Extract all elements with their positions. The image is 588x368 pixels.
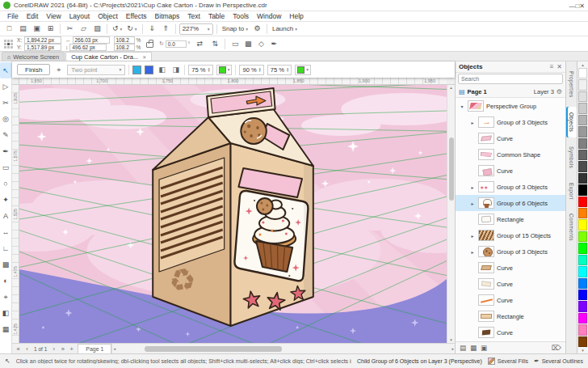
color-swatch[interactable] <box>578 126 587 137</box>
new-layer-button[interactable]: ▤ <box>460 344 466 352</box>
undo-button[interactable]: ↺▾ <box>111 23 124 35</box>
object-tree-item[interactable]: ▸ Group of 15 Objects <box>456 227 565 243</box>
color-swatch[interactable] <box>578 138 587 149</box>
y-position-input[interactable]: 1,517.89 px <box>24 44 61 51</box>
transparency-tool[interactable]: ◐ <box>0 273 11 289</box>
object-tree-item[interactable]: Common Shape <box>456 146 565 163</box>
smart-fill-tool[interactable]: ▦ <box>0 321 11 337</box>
object-tree-item[interactable]: Rectangle <box>456 308 565 324</box>
menu-table[interactable]: Table <box>204 12 229 20</box>
first-page-button[interactable]: « <box>14 345 23 353</box>
docker-close-icon[interactable]: ✕ <box>556 63 562 70</box>
vertical-scrollbar-thumb[interactable] <box>449 137 454 201</box>
mirror-horizontal-button[interactable]: ⇄ <box>194 38 205 49</box>
drawing-canvas[interactable]: ♻ <box>19 85 447 343</box>
color-swatch[interactable] <box>578 79 587 90</box>
palette-scroll-down[interactable]: ▾ <box>582 348 584 353</box>
drop-shadow-tool[interactable]: ▩ <box>0 256 11 273</box>
cut-button[interactable]: ✂ <box>64 23 76 35</box>
color-eyedropper-tool[interactable]: ⌖ <box>0 289 11 305</box>
line-color-swatch[interactable] <box>132 66 141 74</box>
plane-grid-color-swatch[interactable]: ▾ <box>295 65 311 75</box>
ellipse-tool[interactable]: ○ <box>0 176 11 192</box>
menu-effects[interactable]: Effects <box>122 12 151 20</box>
color-swatch[interactable] <box>578 173 587 184</box>
copy-button[interactable]: ▱ <box>78 23 90 35</box>
document-tab[interactable]: Cup Cake Carton - Dra...✕ <box>65 52 152 61</box>
vertical-scrollbar[interactable]: ▴ ▾ <box>447 85 455 343</box>
show-grid-toggle[interactable]: ◧ <box>157 66 167 74</box>
spinner-icon[interactable]: ▴▾ <box>259 67 261 72</box>
scroll-right-icon[interactable]: ▸ <box>452 346 454 352</box>
object-tree-item[interactable]: Curve <box>456 130 565 146</box>
docker-menu-icon[interactable]: ≡ <box>550 63 554 70</box>
lock-ratio-button[interactable] <box>146 42 153 48</box>
docker-tab-symbols[interactable]: Symbols <box>566 141 577 174</box>
objects-search-input[interactable] <box>458 74 563 84</box>
object-height-input[interactable]: 496.62 px <box>69 44 107 51</box>
mirror-vertical-button[interactable]: ⇅ <box>209 38 220 49</box>
color-swatch[interactable] <box>578 197 587 207</box>
anchor-point-selector[interactable] <box>4 40 13 49</box>
color-swatch[interactable] <box>578 231 587 242</box>
interactive-fill-tool[interactable]: ◧ <box>0 305 11 321</box>
zoom-tool[interactable]: ◎ <box>0 111 11 127</box>
menu-object[interactable]: Object <box>94 12 122 20</box>
active-layer-label[interactable]: Layer 3 <box>534 88 554 95</box>
outline-width-button[interactable]: ✒ <box>268 38 279 49</box>
scale-x-input[interactable]: 108.2 <box>114 36 135 44</box>
menu-window[interactable]: Window <box>253 12 285 20</box>
object-tree-item[interactable]: ▸ Group of 6 Objects <box>456 195 565 211</box>
color-swatch[interactable] <box>578 336 587 347</box>
add-page-button[interactable]: + <box>67 345 76 353</box>
finish-perspective-button[interactable]: Finish <box>17 64 50 75</box>
expander-icon[interactable]: ▸ <box>469 233 476 239</box>
color-swatch[interactable] <box>578 91 587 102</box>
options-button[interactable]: ⚙ <box>251 23 263 35</box>
horizontal-scrollbar-thumb[interactable] <box>145 346 282 352</box>
text-tool[interactable]: A <box>0 208 11 224</box>
grid-opacity-field[interactable]: 75 % ▴▾ <box>188 65 212 75</box>
color-swatch[interactable] <box>578 290 587 300</box>
expander-icon[interactable]: ▸ <box>469 201 476 206</box>
export-button[interactable]: ⇑ <box>160 23 172 35</box>
duplicate-button[interactable]: ▣ <box>481 344 487 352</box>
object-tree-item[interactable]: Curve <box>456 163 565 179</box>
menu-help[interactable]: Help <box>285 12 307 20</box>
color-swatch[interactable] <box>578 278 587 289</box>
color-swatch[interactable] <box>578 324 587 335</box>
document-tab[interactable]: ⌂Welcome Screen <box>2 52 65 61</box>
object-tree-item[interactable]: ▸ Group of 3 Objects <box>456 179 565 195</box>
color-swatch[interactable] <box>578 115 587 125</box>
docker-tab-objects[interactable]: Objects <box>566 107 577 137</box>
polygon-tool[interactable]: ✦ <box>0 192 11 208</box>
color-swatch[interactable] <box>578 219 587 230</box>
print-button[interactable]: ⊞ <box>44 23 57 35</box>
menu-tools[interactable]: Tools <box>229 12 253 20</box>
menu-bitmaps[interactable]: Bitmaps <box>151 12 184 20</box>
spinner-icon[interactable]: ▴▾ <box>287 67 288 72</box>
order-button[interactable]: ▭ <box>229 38 241 49</box>
eyedropper-icon[interactable]: ⌖ <box>53 66 64 74</box>
launch-button[interactable]: Launch▾ <box>271 23 299 35</box>
object-tree-item[interactable]: ▸ Group of 3 Objects <box>456 243 565 260</box>
expander-icon[interactable]: ▸ <box>469 120 476 125</box>
color-swatch[interactable] <box>578 208 587 218</box>
close-tab-icon[interactable]: ✕ <box>142 54 146 60</box>
freehand-tool[interactable]: ✎ <box>0 127 11 143</box>
color-swatch[interactable] <box>578 161 587 171</box>
object-tree-item[interactable]: Curve <box>456 260 565 276</box>
color-swatch[interactable] <box>578 301 587 311</box>
plane-color-swatch[interactable] <box>145 66 153 74</box>
shape-tool[interactable]: ▷ <box>0 78 11 95</box>
color-swatch[interactable] <box>578 68 587 78</box>
plane-opacity-field[interactable]: 75 % ▴▾ <box>267 65 292 75</box>
expander-icon[interactable]: ▸ <box>469 184 476 190</box>
color-swatch[interactable] <box>578 255 587 265</box>
object-tree-item[interactable]: Curve <box>456 292 565 308</box>
object-tree-item[interactable]: ▾ Perspective Group <box>456 98 565 114</box>
new-document-button[interactable]: □ <box>3 23 15 35</box>
scale-y-input[interactable]: 108.2 <box>114 44 135 51</box>
object-tree-item[interactable]: Curve <box>456 276 565 292</box>
connector-tool[interactable]: ∟ <box>0 240 11 256</box>
